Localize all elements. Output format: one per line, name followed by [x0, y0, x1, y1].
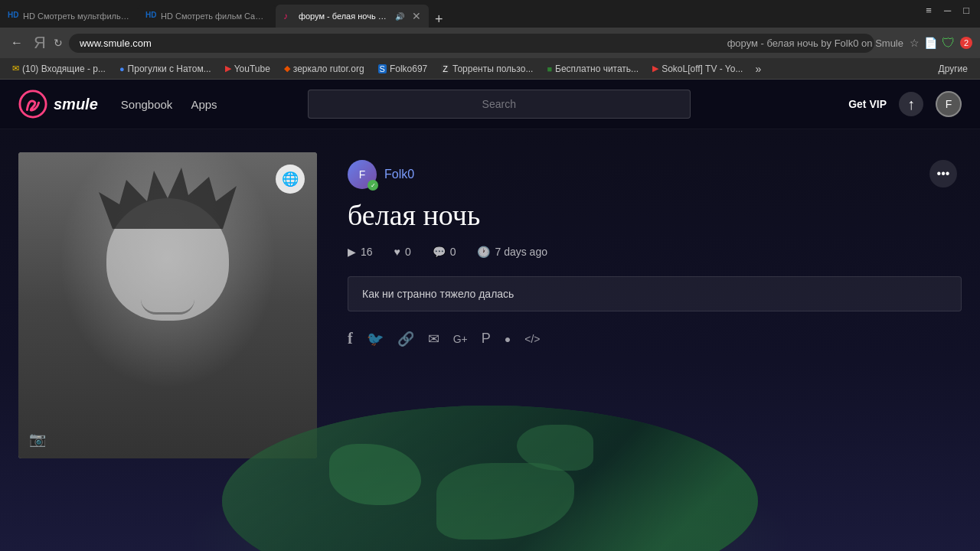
- bookmark-star-icon[interactable]: ☆: [910, 37, 920, 49]
- comment-icon: 💬: [433, 246, 446, 258]
- clock-icon: 🕐: [477, 246, 490, 258]
- upload-button[interactable]: ↑: [899, 92, 923, 116]
- restore-button[interactable]: □: [960, 2, 972, 19]
- bookmark-rutor[interactable]: ◆ зеркало rutor.org: [278, 61, 371, 77]
- share-pinterest[interactable]: P: [482, 331, 491, 347]
- extension-badge: 2: [960, 37, 972, 49]
- bookmark-torrents[interactable]: Z Торренты пользо...: [435, 61, 539, 77]
- song-stats: ▶ 16 ♥ 0 💬 0 🕐 7 days ago: [348, 246, 962, 258]
- bookmark-rutor-icon: ◆: [284, 64, 290, 73]
- bookmark-inbox-label: (10) Входящие - р...: [22, 64, 106, 74]
- share-row: f 🐦 🔗 ✉ G+ P ● </>: [348, 330, 962, 347]
- description-text: Как ни странно тяжело далась: [362, 288, 514, 300]
- bookmark-sokol-label: SokoL[off] TV - Yo...: [662, 64, 743, 74]
- smule-header: smule Songbook Apps Get VIP ↑ F: [0, 80, 980, 129]
- share-googleplus[interactable]: G+: [453, 333, 468, 345]
- play-icon: ▶: [348, 246, 356, 258]
- bookmarks-more-button[interactable]: »: [750, 60, 766, 77]
- earth-globe: [222, 406, 758, 551]
- tab3-favicon: ♪: [283, 11, 294, 21]
- bookmark-walks-label: Прогулки с Натом...: [128, 64, 211, 74]
- bookmark-walks[interactable]: ● Прогулки с Натом...: [113, 61, 217, 77]
- minimize-button[interactable]: ─: [941, 2, 954, 19]
- user-avatar[interactable]: F: [936, 91, 962, 117]
- window-controls: ≡ ─ □: [923, 2, 980, 19]
- artist-name[interactable]: Folk0: [384, 168, 414, 181]
- tab2-favicon: HD: [145, 11, 156, 21]
- search-input[interactable]: [308, 90, 691, 119]
- nav-songbook[interactable]: Songbook: [121, 98, 173, 111]
- tab-1[interactable]: HD HD Смотреть мультфильм Рик: [0, 5, 138, 28]
- smule-page: smule Songbook Apps Get VIP ↑ F: [0, 80, 980, 551]
- more-options-button[interactable]: •••: [929, 160, 957, 187]
- tab3-title: форум - белая ночь b...: [299, 11, 389, 21]
- extension-icon[interactable]: 🛡: [942, 35, 956, 51]
- menu-icon[interactable]: ≡: [923, 2, 935, 19]
- tab-2[interactable]: HD HD Смотреть фильм Санта и к...: [138, 5, 276, 28]
- back-button[interactable]: ←: [8, 33, 26, 53]
- tab3-audio-icon: 🔊: [395, 12, 404, 21]
- bookmark-walks-icon: ●: [119, 64, 125, 73]
- tab2-title: HD Смотреть фильм Санта и к...: [161, 11, 268, 21]
- artist-avatar-letter: F: [359, 168, 366, 181]
- bookmark-inbox-icon: ✉: [12, 64, 19, 73]
- share-facebook[interactable]: f: [348, 330, 353, 347]
- share-link[interactable]: 🔗: [397, 331, 414, 347]
- bookmark-sokol-icon: ▶: [652, 64, 658, 73]
- smule-logo[interactable]: smule: [18, 90, 98, 119]
- share-email[interactable]: ✉: [428, 331, 439, 347]
- yandex-logo[interactable]: Я: [34, 33, 46, 53]
- camera-icon: 📷: [29, 431, 46, 448]
- address-bar-icons: ☆ 📄 🛡 2: [910, 35, 972, 51]
- comments-count: 0: [450, 246, 456, 258]
- reader-icon[interactable]: 📄: [924, 37, 937, 49]
- header-right: Get VIP ↑ F: [848, 91, 962, 117]
- artist-avatar[interactable]: F ✓: [348, 160, 377, 189]
- visibility-button[interactable]: 🌐: [276, 165, 305, 194]
- continent-2: [436, 463, 574, 540]
- bookmark-youtube-icon: ▶: [225, 64, 231, 73]
- bookmarks-other-button[interactable]: Другие: [933, 61, 974, 77]
- nav-apps[interactable]: Apps: [191, 98, 217, 111]
- tab-3[interactable]: ♪ форум - белая ночь b... 🔊 ✕: [276, 5, 429, 28]
- smule-logo-icon: [18, 90, 47, 119]
- artist-row: F ✓ Folk0: [348, 160, 962, 189]
- browser-chrome: HD HD Смотреть мультфильм Рик HD HD Смот…: [0, 0, 980, 80]
- song-description: Как ни странно тяжело далась: [348, 276, 962, 311]
- plays-stat: ▶ 16: [348, 246, 373, 258]
- bookmark-youtube[interactable]: ▶ YouTube: [219, 61, 276, 77]
- share-twitter[interactable]: 🐦: [367, 331, 384, 347]
- tab-bar: HD HD Смотреть мультфильм Рик HD HD Смот…: [0, 0, 980, 28]
- smule-search: [308, 90, 691, 119]
- refresh-icon[interactable]: ↻: [54, 37, 63, 49]
- smule-logo-text: smule: [54, 96, 98, 113]
- bookmark-read[interactable]: ■ Бесплатно читать...: [541, 61, 645, 77]
- bookmark-youtube-label: YouTube: [234, 64, 270, 74]
- bookmark-read-icon: ■: [547, 64, 552, 73]
- bookmark-torrents-icon: Z: [441, 64, 449, 73]
- bookmark-inbox[interactable]: ✉ (10) Входящие - р...: [6, 61, 112, 77]
- bookmark-torrents-label: Торренты пользо...: [452, 64, 533, 74]
- bookmark-folko-icon: S: [378, 64, 387, 73]
- tab1-title: HD Смотреть мультфильм Рик: [23, 11, 130, 21]
- tab3-close[interactable]: ✕: [412, 10, 421, 22]
- bookmark-sokol[interactable]: ▶ SokoL[off] TV - Yo...: [646, 61, 749, 77]
- new-tab-button[interactable]: +: [429, 11, 449, 28]
- continent-1: [329, 444, 421, 505]
- bookmark-folko[interactable]: S Folko697: [372, 61, 434, 77]
- verified-badge: ✓: [368, 180, 378, 191]
- likes-stat: ♥ 0: [394, 246, 411, 258]
- share-embed[interactable]: </>: [524, 333, 540, 345]
- get-vip-button[interactable]: Get VIP: [848, 98, 887, 110]
- page-url-text: форум - белая ночь by Folk0 on Smule: [727, 37, 903, 49]
- share-reddit[interactable]: ●: [505, 333, 511, 345]
- bookmark-read-label: Бесплатно читать...: [555, 64, 639, 74]
- bookmark-rutor-label: зеркало rutor.org: [293, 64, 364, 74]
- tab1-favicon: HD: [8, 11, 18, 21]
- svg-point-0: [20, 91, 46, 117]
- smile-shape: [141, 299, 194, 315]
- address-bar: ← Я ↻ форум - белая ночь by Folk0 on Smu…: [0, 28, 980, 58]
- likes-count: 0: [405, 246, 411, 258]
- bookmarks-bar: ✉ (10) Входящие - р... ● Прогулки с Нато…: [0, 58, 980, 80]
- avatar-letter: F: [946, 98, 952, 110]
